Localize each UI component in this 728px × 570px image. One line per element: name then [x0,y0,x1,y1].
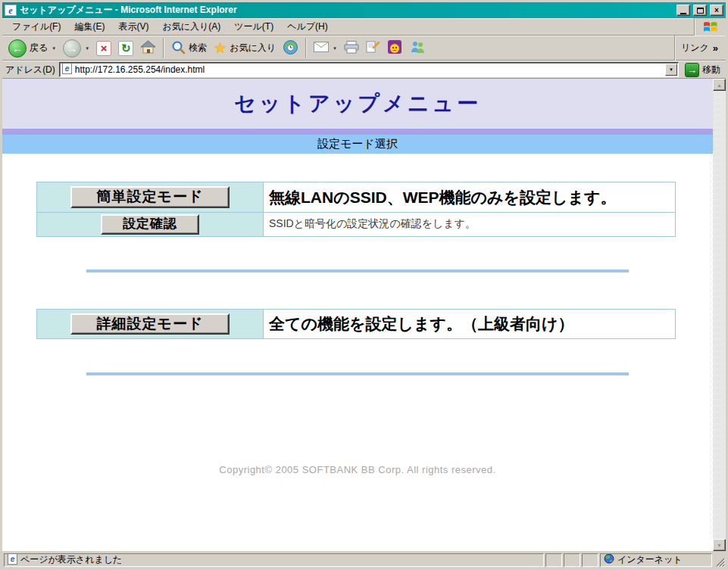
check-description-cell: SSIDと暗号化の設定状況の確認をします。 [264,212,676,236]
address-input[interactable]: e http://172.16.255.254/index.html ▼ [59,62,679,77]
maximize-button[interactable] [693,5,707,16]
favorites-label: お気に入り [230,42,276,55]
go-arrow-icon: → [685,63,699,77]
mail-icon [314,42,329,55]
setting-check-button[interactable]: 設定確認 [101,214,199,235]
back-dropdown-icon[interactable]: ▼ [52,46,56,51]
stop-icon: × [96,41,111,56]
maximize-icon [697,8,704,14]
go-label: 移動 [702,64,720,76]
status-message-panel: e ページが表示されました [4,553,544,567]
back-label: 戻る [30,42,48,55]
messenger-icon [409,40,426,56]
detail-setup-table: 詳細設定モード 全ての機能を設定します。（上級者向け） [36,309,676,340]
page-header-band: セットアップメニュー [2,79,713,129]
address-dropdown-button[interactable]: ▼ [665,64,677,76]
status-bar: e ページが表示されました インターネット [2,551,726,568]
menu-item-edit[interactable]: 編集(E) [67,18,111,36]
menu-item-tools[interactable]: ツール(T) [227,18,280,36]
print-button[interactable] [341,39,362,58]
back-button[interactable]: ← 戻る ▼ [5,38,59,59]
scroll-down-button[interactable]: ▼ [713,539,726,551]
title-bar[interactable]: e セットアップメニュー - Microsoft Internet Explor… [2,2,726,18]
address-url: http://172.16.255.254/index.html [75,64,205,75]
forward-icon: → [63,39,81,58]
windows-logo-icon [694,18,726,36]
toolbar: ← 戻る ▼ → ▼ × ↻ [2,36,726,61]
status-panel-empty [582,553,598,567]
section-header-label: 設定モード選択 [317,137,398,151]
menu-item-help[interactable]: ヘルプ(H) [280,18,335,36]
minimize-button[interactable] [676,5,690,16]
detail-mode-description: 全ての機能を設定します。（上級者向け） [269,315,573,332]
history-button[interactable] [280,38,302,59]
detail-mode-button-cell: 詳細設定モード [37,309,264,339]
copyright-text: Copyright© 2005 SOFTBANK BB Corp. All ri… [2,464,713,475]
internet-zone-label: インターネット [617,553,683,566]
links-bar[interactable]: リンク » [674,36,723,61]
page-title: セットアップメニュー [234,89,481,118]
search-icon [171,40,186,57]
menu-bar: ファイル(F) 編集(E) 表示(V) お気に入り(A) ツール(T) ヘルプ(… [2,18,726,36]
toolbar-separator [163,38,164,58]
simple-mode-button-cell: 簡単設定モード [37,182,264,213]
security-zone-panel: インターネット [600,553,712,567]
detail-mode-description-cell: 全ての機能を設定します。（上級者向け） [264,309,676,339]
purple-stripe [2,129,713,135]
links-label: リンク [681,42,709,55]
detail-mode-button[interactable]: 詳細設定モード [70,313,230,335]
svg-text:e: e [11,555,15,563]
refresh-button[interactable]: ↻ [115,39,136,58]
simple-mode-description: 無線LANのSSID、WEP機能のみを設定します。 [269,188,616,206]
home-icon [140,40,156,56]
refresh-icon: ↻ [118,41,133,56]
browser-window: e セットアップメニュー - Microsoft Internet Explor… [0,0,728,570]
section-divider [86,269,629,273]
address-label: アドレス(D) [5,64,55,76]
simple-mode-button[interactable]: 簡単設定モード [70,186,230,208]
search-label: 検索 [189,42,207,55]
back-icon: ← [8,39,27,58]
simple-setup-table: 簡単設定モード 無線LANのSSID、WEP機能のみを設定します。 設定確認 S… [36,182,676,237]
toolbar-separator [305,38,307,58]
table-row: 詳細設定モード 全ての機能を設定します。（上級者向け） [37,309,676,339]
forward-dropdown-icon[interactable]: ▼ [85,46,89,51]
ie-icon: e [5,5,17,16]
yahoo-messenger-icon [387,39,402,57]
mail-dropdown-icon[interactable]: ▼ [333,46,337,51]
yahoo-messenger-button[interactable] [384,38,405,58]
scroll-up-button[interactable]: ▲ [713,79,726,91]
messenger-button[interactable] [406,39,429,58]
forward-button[interactable]: → ▼ [60,38,92,59]
print-icon [344,41,359,56]
resize-grip[interactable] [714,553,725,567]
window-title: セットアップメニュー - Microsoft Internet Explorer [20,4,673,17]
home-button[interactable] [137,39,159,58]
page-icon: e [8,553,17,567]
search-button[interactable]: 検索 [168,39,210,58]
go-button[interactable]: → 移動 [683,63,723,77]
close-button[interactable]: × [710,5,723,16]
vertical-scrollbar[interactable]: ▲ ▼ [713,79,726,551]
address-bar: アドレス(D) e http://172.16.255.254/index.ht… [2,61,726,79]
check-button-cell: 設定確認 [37,212,264,236]
history-globe-icon [283,39,298,58]
favorites-button[interactable]: ★ お気に入り [211,39,279,57]
table-row: 設定確認 SSIDと暗号化の設定状況の確認をします。 [37,212,676,236]
star-icon: ★ [214,41,227,55]
stop-button[interactable]: × [93,39,114,58]
section-header-bar: 設定モード選択 [2,135,713,154]
svg-text:e: e [65,64,70,73]
section-divider [86,372,629,375]
status-message: ページが表示されました [20,553,122,566]
simple-mode-description-cell: 無線LANのSSID、WEP機能のみを設定します。 [264,182,676,213]
menu-item-favorites[interactable]: お気に入り(A) [155,18,227,36]
edit-button[interactable] [363,39,383,58]
status-panel-empty [545,553,562,567]
chevron-right-icon[interactable]: » [713,42,718,54]
mail-button[interactable]: ▼ [311,40,340,56]
page-icon: e [62,63,72,76]
menu-item-view[interactable]: 表示(V) [111,18,155,36]
menu-item-file[interactable]: ファイル(F) [5,18,67,36]
table-row: 簡単設定モード 無線LANのSSID、WEP機能のみを設定します。 [37,182,676,213]
